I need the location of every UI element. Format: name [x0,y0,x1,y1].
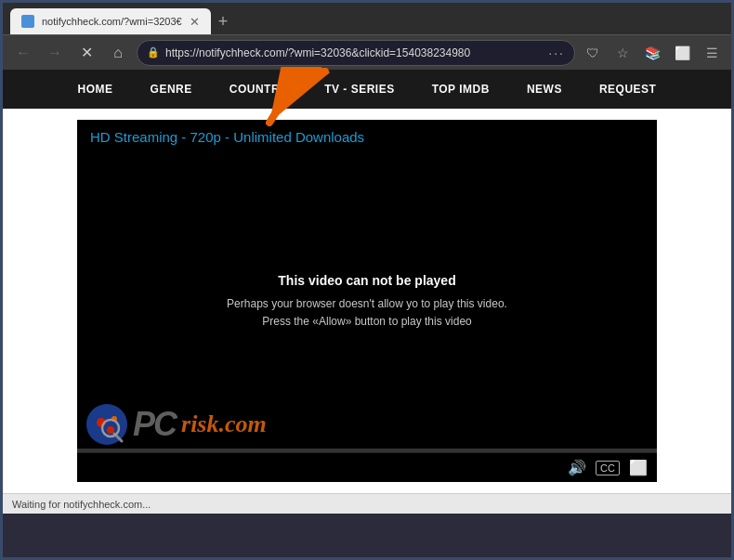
lock-icon: 🔒 [147,46,160,59]
nav-tv-series[interactable]: TV - SERIES [306,70,413,109]
nav-request[interactable]: REQUEST [581,70,675,109]
video-controls: 🔊 CC ⬜ [77,452,657,482]
reading-list-button[interactable]: 📚 [640,41,664,65]
nav-country[interactable]: COUNTRY [211,70,306,109]
nav-top-imdb[interactable]: TOP IMDB [413,70,508,109]
site-navigation: HOME GENRE COUNTRY TV - SERIES TOP IMDB … [3,70,731,109]
address-options[interactable]: ··· [548,46,565,60]
back-button[interactable]: ← [10,40,36,66]
pcrisk-ball-icon [86,404,127,445]
cc-button[interactable]: CC [596,461,620,475]
sync-button[interactable]: ⬜ [670,41,694,65]
volume-icon[interactable]: 🔊 [568,459,586,476]
url-text: https://notifychheck.com/?wmi=32036&clic… [165,46,543,59]
tab-bar: notifychheck.com/?wmi=3203€ ✕ + [3,3,731,34]
nav-news[interactable]: NEWS [508,70,581,109]
video-header: HD Streaming - 720p - Unlimited Download… [77,120,657,155]
video-error-text: Perhaps your browser doesn't allow yo to… [227,295,507,331]
active-tab[interactable]: notifychheck.com/?wmi=3203€ ✕ [10,8,211,34]
website: HOME GENRE COUNTRY TV - SERIES TOP IMDB … [3,70,731,493]
video-error-line1: Perhaps your browser doesn't allow yo to… [227,297,507,310]
tab-title: notifychheck.com/?wmi=3203€ [42,16,182,27]
tab-favicon [21,15,34,28]
video-error-title: This video can not be played [278,273,455,288]
nav-home[interactable]: HOME [59,70,132,109]
nav-icons: 🛡 ☆ 📚 ⬜ ☰ [581,41,724,65]
browser-chrome: notifychheck.com/?wmi=3203€ ✕ + ← → ✕ ⌂ … [3,3,731,70]
navigation-bar: ← → ✕ ⌂ 🔒 https://notifychheck.com/?wmi=… [3,34,731,70]
forward-button[interactable]: → [42,40,68,66]
risk-text: risk.com [181,410,267,438]
address-bar[interactable]: 🔒 https://notifychheck.com/?wmi=32036&cl… [137,40,575,66]
tab-close-button[interactable]: ✕ [190,16,200,28]
extensions-button[interactable]: 🛡 [581,41,605,65]
refresh-button[interactable]: ✕ [73,40,99,66]
svg-point-2 [107,426,114,434]
bookmark-button[interactable]: ☆ [610,41,635,65]
home-button[interactable]: ⌂ [105,40,131,66]
video-player: HD Streaming - 720p - Unlimited Download… [77,120,657,482]
video-error-line2: Press the «Allow» button to play this vi… [262,315,471,328]
video-container: HD Streaming - 720p - Unlimited Download… [3,109,731,493]
status-bar: Waiting for notifychheck.com... [3,493,731,514]
new-tab-button[interactable]: + [211,8,236,34]
fullscreen-icon[interactable]: ⬜ [629,459,648,476]
video-title[interactable]: HD Streaming - 720p - Unlimited Download… [90,129,364,145]
pcrisk-logo: PC risk.com [86,404,267,445]
pc-text: PC [133,405,176,444]
watermark: PC risk.com [77,404,657,445]
nav-genre[interactable]: GENRE [132,70,211,109]
menu-button[interactable]: ☰ [700,41,724,65]
status-text: Waiting for notifychheck.com... [12,499,151,510]
